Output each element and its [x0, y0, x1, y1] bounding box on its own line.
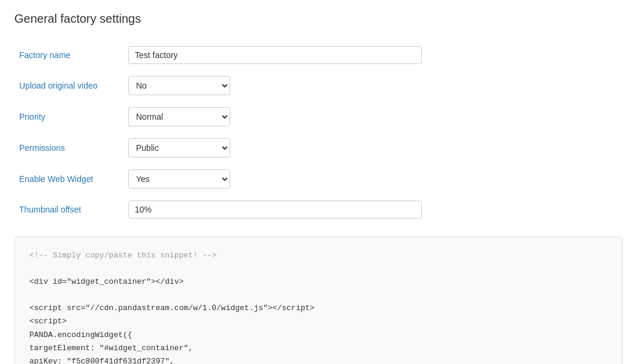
enable-widget-label: Enable Web Widget	[14, 163, 128, 195]
permissions-select[interactable]: Public Private	[128, 138, 230, 157]
priority-label: Priority	[14, 101, 128, 132]
permissions-label: Permissions	[14, 132, 128, 163]
thumbnail-offset-cell	[128, 195, 623, 225]
thumbnail-offset-row: Thumbnail offset	[14, 195, 623, 225]
code-div: <div id="widget_container"></div>	[29, 277, 183, 286]
factory-name-row: Factory name	[14, 40, 623, 70]
permissions-row: Permissions Public Private	[14, 132, 623, 163]
code-script-open: <script>	[29, 317, 67, 326]
permissions-cell: Public Private	[128, 132, 623, 163]
code-target-element: targetElement: "#widget_container",	[29, 344, 193, 353]
factory-name-cell	[128, 40, 623, 70]
page-title: General factory settings	[14, 12, 623, 26]
enable-widget-select[interactable]: Yes No	[128, 169, 230, 189]
priority-row: Priority Normal High Low	[14, 101, 623, 132]
factory-name-label: Factory name	[14, 40, 128, 70]
upload-video-label: Upload original video	[14, 70, 128, 101]
upload-video-select[interactable]: No Yes	[128, 76, 230, 95]
code-comment: <!-- Simply copy/paste this snippet! -->	[29, 251, 216, 260]
code-api-key: apiKey: "f5c800f41df631df2397",	[29, 357, 174, 364]
thumbnail-offset-input[interactable]	[128, 201, 422, 219]
code-snippet-box: <!-- Simply copy/paste this snippet! -->…	[14, 236, 623, 364]
enable-widget-cell: Yes No	[128, 163, 623, 195]
thumbnail-offset-label: Thumbnail offset	[14, 195, 128, 225]
upload-video-row: Upload original video No Yes	[14, 70, 623, 101]
priority-select[interactable]: Normal High Low	[128, 107, 230, 126]
settings-form: Factory name Upload original video No Ye…	[14, 40, 623, 225]
code-script-src: <script src="//cdn.pandastream.com/w/1.0…	[29, 304, 315, 313]
upload-video-cell: No Yes	[128, 70, 623, 101]
code-panda-call: PANDA.encodingWidget({	[29, 330, 132, 339]
enable-widget-row: Enable Web Widget Yes No	[14, 163, 623, 195]
factory-name-input[interactable]	[128, 46, 422, 64]
priority-cell: Normal High Low	[128, 101, 623, 132]
